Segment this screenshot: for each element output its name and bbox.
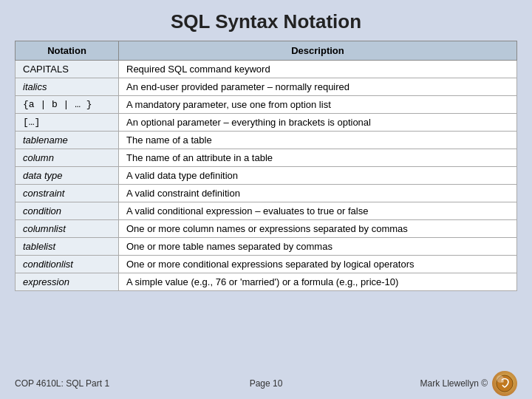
- table-row: conditionlistOne or more conditional exp…: [16, 256, 517, 273]
- notation-table: Notation Description CAPITALSRequired SQ…: [15, 41, 517, 291]
- col-description: Description: [119, 41, 517, 61]
- notation-cell: […]: [16, 114, 119, 132]
- notation-cell: tablelist: [16, 238, 119, 256]
- description-cell: The name of an attribute in a table: [119, 149, 517, 167]
- col-notation: Notation: [16, 41, 119, 61]
- description-cell: The name of a table: [119, 132, 517, 149]
- logo-icon: [492, 371, 517, 396]
- table-row: {a | b | … }A mandatory parameter, use o…: [16, 96, 517, 114]
- table-row: columnlistOne or more column names or ex…: [16, 220, 517, 238]
- footer-copyright: Mark Llewellyn ©: [420, 378, 488, 389]
- notation-cell: italics: [16, 78, 119, 96]
- description-cell: One or more column names or expressions …: [119, 220, 517, 238]
- notation-cell: CAPITALS: [16, 61, 119, 78]
- description-cell: A valid constraint definition: [119, 185, 517, 202]
- notation-cell: columnlist: [16, 220, 119, 238]
- description-cell: A simple value (e.g., 76 or 'married') o…: [119, 273, 517, 291]
- table-row: expressionA simple value (e.g., 76 or 'm…: [16, 273, 517, 291]
- description-cell: Required SQL command keyword: [119, 61, 517, 78]
- table-header-row: Notation Description: [16, 41, 517, 61]
- notation-cell: column: [16, 149, 119, 167]
- page-title: SQL Syntax Notation: [15, 7, 517, 33]
- table-container: Notation Description CAPITALSRequired SQ…: [15, 41, 517, 366]
- description-cell: A valid conditional expression – evaluat…: [119, 202, 517, 220]
- footer: COP 4610L: SQL Part 1 Page 10 Mark Llewe…: [15, 366, 517, 399]
- footer-center: Page 10: [183, 378, 350, 389]
- notation-cell: conditionlist: [16, 256, 119, 273]
- description-cell: A mandatory parameter, use one from opti…: [119, 96, 517, 114]
- description-cell: A valid data type definition: [119, 167, 517, 185]
- footer-left: COP 4610L: SQL Part 1: [15, 378, 183, 389]
- description-cell: An end-user provided parameter – normall…: [119, 78, 517, 96]
- notation-cell: tablename: [16, 132, 119, 149]
- table-row: tablenameThe name of a table: [16, 132, 517, 149]
- page: SQL Syntax Notation Notation Description…: [0, 0, 532, 399]
- footer-right: Mark Llewellyn ©: [349, 371, 517, 396]
- svg-point-0: [497, 375, 513, 392]
- svg-point-1: [501, 380, 504, 383]
- notation-cell: data type: [16, 167, 119, 185]
- table-row: […]An optional parameter – everything in…: [16, 114, 517, 132]
- description-cell: An optional parameter – everything in br…: [119, 114, 517, 132]
- notation-cell: {a | b | … }: [16, 96, 119, 114]
- notation-cell: constraint: [16, 185, 119, 202]
- table-row: conditionA valid conditional expression …: [16, 202, 517, 220]
- description-cell: One or more conditional expressions sepa…: [119, 256, 517, 273]
- table-row: data typeA valid data type definition: [16, 167, 517, 185]
- notation-cell: expression: [16, 273, 119, 291]
- notation-cell: condition: [16, 202, 119, 220]
- description-cell: One or more table names separated by com…: [119, 238, 517, 256]
- table-row: constraintA valid constraint definition: [16, 185, 517, 202]
- table-row: italicsAn end-user provided parameter – …: [16, 78, 517, 96]
- table-row: tablelistOne or more table names separat…: [16, 238, 517, 256]
- table-row: columnThe name of an attribute in a tabl…: [16, 149, 517, 167]
- table-row: CAPITALSRequired SQL command keyword: [16, 61, 517, 78]
